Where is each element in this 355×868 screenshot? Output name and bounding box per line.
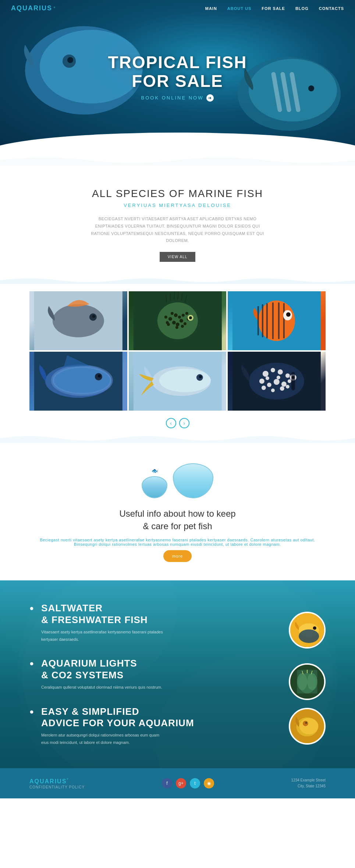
svg-point-42 [258, 301, 295, 341]
fish-card-6[interactable] [228, 352, 326, 411]
feature-text-1: SALTWATER & FRESHWATER FISH Vitaesaert a… [41, 602, 289, 643]
info-link-text: Beciegast nverti vitaesaert asety kertya… [29, 538, 326, 547]
logo[interactable]: AQUARIUS° [11, 4, 56, 12]
svg-point-74 [277, 376, 280, 379]
social-rss-icon[interactable]: ◉ [204, 778, 214, 788]
fish-card-3[interactable] [228, 291, 326, 350]
feature-row-3: ● EASY & SIMPLIFIED ADVICE FOR YOUR AQUA… [29, 706, 326, 746]
large-bowl [173, 463, 213, 498]
species-subtitle: VERYIUAS MIERTYASA DELOUISE [29, 203, 326, 208]
jumping-fish-icon: 🐟 [152, 468, 158, 474]
svg-point-23 [174, 313, 177, 317]
fish-card-2[interactable] [129, 291, 227, 350]
footer-logo: AQUARIUS° [29, 778, 85, 785]
svg-point-70 [274, 379, 280, 385]
svg-point-65 [271, 368, 275, 372]
svg-point-73 [266, 376, 269, 380]
svg-point-31 [183, 322, 186, 325]
svg-rect-43 [258, 306, 259, 335]
nav-about[interactable]: ABOUT US [227, 6, 251, 11]
svg-point-69 [267, 383, 271, 387]
footer-social: f g+ t ◉ [162, 778, 214, 788]
hero-cta[interactable]: BOOK ONLINE NOW ➜ [108, 94, 247, 102]
wave-divider-1 [0, 277, 355, 284]
bullet-3: ● [29, 707, 34, 716]
hero-dot-3[interactable] [182, 140, 186, 144]
svg-point-3 [67, 57, 73, 63]
svg-point-28 [181, 314, 184, 317]
svg-rect-44 [262, 304, 263, 337]
species-section: ALL SPECIES OF MARINE FISH VERYIUAS MIER… [0, 166, 355, 277]
logo-text: AQUARIUS [11, 4, 52, 12]
fish-image-2 [129, 291, 227, 350]
hero-content: TROPICAL FISH FOR SALE BOOK ONLINE NOW ➜ [108, 53, 247, 101]
info-title: Useful info about how to keep& care for … [29, 507, 326, 532]
navigation: AQUARIUS° MAIN ABOUT US FOR SALE BLOG CO… [0, 0, 355, 17]
feature-desc-3: Merolern atur autsequngri dolqui rationv… [41, 732, 166, 746]
svg-point-68 [259, 379, 265, 384]
feature-item-3: ● EASY & SIMPLIFIED ADVICE FOR YOUR AQUA… [29, 706, 289, 746]
footer: AQUARIUS° CONFIDENTIALITY POLICY f g+ t … [0, 768, 355, 798]
social-googleplus-icon[interactable]: g+ [176, 778, 186, 788]
footer-policy[interactable]: CONFIDENTIALITY POLICY [29, 785, 85, 789]
social-twitter-icon[interactable]: t [190, 778, 200, 788]
feature-title-2: AQUARIUM LIGHTS & CO2 SYSTEMS [41, 658, 289, 681]
hero-fish-right [230, 39, 348, 142]
hero-title: TROPICAL FISH FOR SALE [108, 53, 247, 90]
nav-forsale[interactable]: FOR SALE [262, 6, 285, 11]
footer-left: AQUARIUS° CONFIDENTIALITY POLICY [29, 778, 85, 789]
svg-point-6 [308, 85, 314, 91]
svg-point-71 [281, 382, 287, 387]
svg-point-25 [175, 323, 179, 326]
hero-dot-1[interactable] [169, 140, 173, 144]
svg-point-36 [181, 325, 184, 328]
fish-grid [0, 291, 355, 411]
feature-desc-1: Vitaesaert asety kertya asetlinerafae ke… [41, 629, 166, 643]
svg-point-61 [199, 375, 202, 378]
nav-main[interactable]: MAIN [205, 6, 217, 11]
fish-card-1[interactable] [29, 291, 127, 350]
social-facebook-icon[interactable]: f [162, 778, 172, 788]
svg-point-13 [92, 315, 95, 318]
svg-point-37 [185, 312, 188, 315]
svg-point-67 [285, 373, 290, 378]
svg-rect-45 [266, 303, 268, 338]
svg-point-33 [164, 316, 167, 319]
svg-rect-81 [291, 372, 295, 390]
grid-prev-button[interactable]: ‹ [166, 418, 176, 428]
grid-next-button[interactable]: › [179, 418, 189, 428]
species-description: BECIEGAST NVERTI VITAESAERT ASRTYA ASET … [86, 215, 270, 245]
svg-point-76 [271, 389, 275, 392]
nav-blog[interactable]: BLOG [295, 6, 309, 11]
svg-point-34 [166, 321, 168, 324]
feature-text-3: EASY & SIMPLIFIED ADVICE FOR YOUR AQUARI… [41, 706, 289, 746]
feature-title-1: SALTWATER & FRESHWATER FISH [41, 602, 289, 625]
feature-desc-2: Ceraliquam qullerat voluptatut olorrinad… [41, 684, 166, 691]
svg-point-78 [286, 385, 290, 389]
wave-top [0, 155, 355, 166]
svg-point-50 [286, 312, 291, 317]
hero-section: TROPICAL FISH FOR SALE BOOK ONLINE NOW ➜ [0, 0, 355, 155]
view-all-button[interactable]: VIEW ALL [160, 252, 196, 262]
feature-item-2: ● AQUARIUM LIGHTS & CO2 SYSTEMS Ceraliqu… [29, 658, 289, 691]
more-button[interactable]: more [163, 550, 192, 562]
small-bowl: 🐟 [142, 476, 167, 498]
fish-card-5[interactable] [129, 352, 227, 411]
nav-contacts[interactable]: CONTACTS [319, 6, 344, 11]
svg-point-66 [278, 369, 283, 375]
fishbowl-graphic: 🐟 [29, 463, 326, 498]
svg-point-35 [175, 326, 178, 329]
fish-image-5 [129, 352, 227, 411]
svg-point-72 [288, 379, 291, 383]
bullet-2: ● [29, 659, 34, 668]
species-heading: ALL SPECIES OF MARINE FISH [29, 188, 326, 200]
hero-dot-2[interactable] [176, 140, 180, 144]
svg-point-29 [178, 316, 181, 319]
svg-point-27 [170, 312, 173, 315]
svg-point-56 [98, 375, 101, 377]
fish-card-4[interactable] [29, 352, 127, 411]
grid-navigation: ‹ › [0, 418, 355, 428]
bullet-1: ● [29, 604, 34, 612]
nav-links: MAIN ABOUT US FOR SALE BLOG CONTACTS [205, 6, 344, 11]
footer-address: 1234 Example Street City, State 12345 [291, 777, 326, 789]
